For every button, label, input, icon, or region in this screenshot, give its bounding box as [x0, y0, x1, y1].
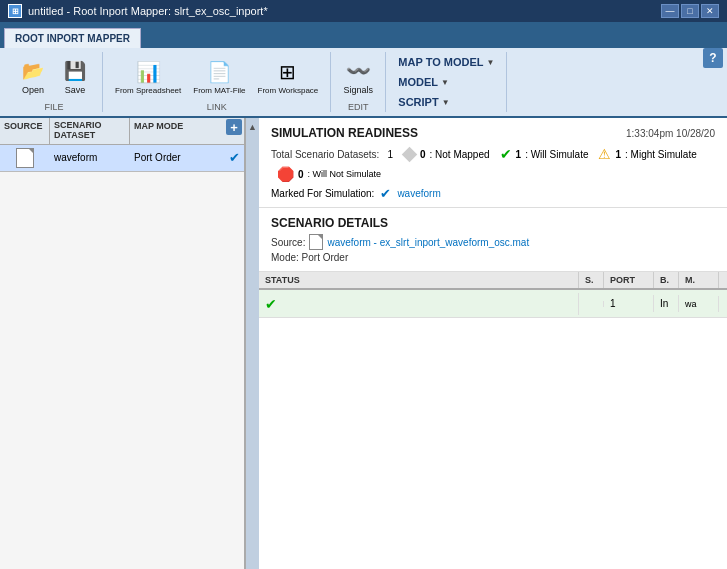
will-not-simulate-label: : Will Not Simulate — [308, 169, 382, 179]
script-arrow-icon: ▼ — [442, 98, 450, 107]
td-status: ✔ — [259, 293, 579, 315]
app-icon: ⊞ — [8, 4, 22, 18]
save-button[interactable]: 💾 Save — [56, 55, 94, 97]
will-not-simulate-stat: 🛑 0 : Will Not Simulate — [277, 166, 381, 182]
title-bar-controls[interactable]: — □ ✕ — [661, 4, 719, 18]
scenario-row[interactable]: waveform Port Order ✔ — [0, 145, 244, 172]
th-b: B. — [654, 272, 679, 288]
simulation-readiness-header: SIMULATION READINESS 1:33:04pm 10/28/20 — [271, 126, 715, 140]
col-scenario-header: SCENARIO DATASET — [50, 118, 130, 144]
open-label: Open — [22, 85, 44, 95]
signals-icon: 〰️ — [344, 57, 372, 85]
table-row: ✔ 1 In wa — [259, 290, 727, 318]
restore-button[interactable]: □ — [681, 4, 699, 18]
workspace-icon: ⊞ — [274, 58, 302, 86]
td-b: In — [654, 295, 679, 312]
script-button[interactable]: SCRIPT ▼ — [392, 94, 500, 110]
signals-button[interactable]: 〰️ Signals — [339, 55, 377, 97]
map-to-model-button[interactable]: MAP TO MODEL ▼ — [392, 54, 500, 70]
map-to-model-label: MAP TO MODEL — [398, 56, 483, 68]
table-header: STATUS S. PORT B. M. — [259, 272, 727, 290]
data-table: STATUS S. PORT B. M. ✔ 1 In wa — [259, 272, 727, 569]
td-port: 1 — [604, 295, 654, 312]
will-simulate-count: 1 — [516, 149, 522, 160]
map-to-model-arrow-icon: ▼ — [486, 58, 494, 67]
td-m: wa — [679, 296, 719, 312]
from-workspace-button[interactable]: ⊞ From Workspace — [254, 56, 323, 97]
spreadsheet-icon: 📊 — [134, 58, 162, 86]
title-bar-left: ⊞ untitled - Root Inport Mapper: slrt_ex… — [8, 4, 268, 18]
save-icon: 💾 — [61, 57, 89, 85]
simulation-readiness-title: SIMULATION READINESS — [271, 126, 418, 140]
save-label: Save — [65, 85, 86, 95]
marked-check-icon: ✔ — [380, 186, 391, 201]
toolbar-link-buttons: 📊 From Spreadsheet 📄 From MAT-File ⊞ Fro… — [111, 52, 322, 100]
scenario-source-label: Source: — [271, 237, 305, 248]
toolbar-edit-group: 〰️ Signals EDIT — [331, 52, 386, 112]
toolbar-file-group: 📂 Open 💾 Save FILE — [6, 52, 103, 112]
marked-waveform-link[interactable]: waveform — [397, 188, 440, 199]
simulation-stats: Total Scenario Datasets: 1 0 : Not Mappe… — [271, 146, 715, 182]
not-mapped-label: : Not Mapped — [430, 149, 490, 160]
scenario-name-cell: waveform — [50, 149, 130, 166]
model-label: MODEL — [398, 76, 438, 88]
not-mapped-stat: 0 : Not Mapped — [403, 149, 490, 160]
row-status-icon: ✔ — [265, 296, 277, 312]
not-mapped-count: 0 — [420, 149, 426, 160]
scenario-mode-value: Port Order — [302, 252, 349, 263]
from-spreadsheet-button[interactable]: 📊 From Spreadsheet — [111, 56, 185, 97]
th-m: M. — [679, 272, 719, 288]
toolbar-link-group: 📊 From Spreadsheet 📄 From MAT-File ⊞ Fro… — [103, 52, 331, 112]
scenario-details-title: SCENARIO DETAILS — [271, 216, 715, 230]
add-scenario-button[interactable]: + — [226, 119, 242, 135]
marked-for-simulation-row: Marked For Simulation: ✔ waveform — [271, 186, 715, 201]
total-count: 1 — [387, 149, 393, 160]
help-button[interactable]: ? — [703, 48, 723, 68]
open-button[interactable]: 📂 Open — [14, 55, 52, 97]
signals-label: Signals — [344, 85, 374, 95]
scenario-mode-label: Mode: — [271, 252, 299, 263]
source-file-icon — [16, 148, 34, 168]
scenario-mode-row: Mode: Port Order — [271, 252, 715, 263]
toolbar: 📂 Open 💾 Save FILE 📊 From Spreadsheet 📄 … — [0, 48, 727, 118]
title-bar: ⊞ untitled - Root Inport Mapper: slrt_ex… — [0, 0, 727, 22]
might-simulate-count: 1 — [615, 149, 621, 160]
mat-file-icon: 📄 — [205, 58, 233, 86]
from-mat-file-button[interactable]: 📄 From MAT-File — [189, 56, 249, 97]
mapmode-value: Port Order — [134, 152, 181, 163]
col-source-header: SOURCE — [0, 118, 50, 144]
model-arrow-icon: ▼ — [441, 78, 449, 87]
might-simulate-icon: ⚠ — [598, 146, 611, 162]
from-mat-file-label: From MAT-File — [193, 86, 245, 95]
content-area: SOURCE SCENARIO DATASET MAP MODE + wavef… — [0, 118, 727, 569]
link-group-label: LINK — [207, 102, 227, 112]
simulation-timestamp: 1:33:04pm 10/28/20 — [626, 128, 715, 139]
open-icon: 📂 — [19, 57, 47, 85]
th-s: S. — [579, 272, 604, 288]
minimize-button[interactable]: — — [661, 4, 679, 18]
left-panel: SOURCE SCENARIO DATASET MAP MODE + wavef… — [0, 118, 245, 569]
tab-root-inport-mapper[interactable]: ROOT INPORT MAPPER — [4, 28, 141, 48]
from-workspace-label: From Workspace — [258, 86, 319, 95]
model-button[interactable]: MODEL ▼ — [392, 74, 500, 90]
mapmode-cell: Port Order ✔ — [130, 147, 244, 168]
total-scenarios-label: Total Scenario Datasets: — [271, 149, 379, 160]
collapse-panel-button[interactable]: ▲ — [245, 118, 259, 569]
right-panel: SIMULATION READINESS 1:33:04pm 10/28/20 … — [259, 118, 727, 569]
simulation-readiness-section: SIMULATION READINESS 1:33:04pm 10/28/20 … — [259, 118, 727, 208]
close-button[interactable]: ✕ — [701, 4, 719, 18]
scenario-source-link[interactable]: waveform - ex_slrt_inport_waveform_osc.m… — [327, 237, 529, 248]
edit-group-label: EDIT — [348, 102, 369, 112]
toolbar-map-to-model-group: MAP TO MODEL ▼ MODEL ▼ SCRIPT ▼ — [386, 52, 507, 112]
will-not-simulate-count: 0 — [298, 169, 304, 180]
scenario-source-row: Source: waveform - ex_slrt_inport_wavefo… — [271, 234, 715, 250]
will-simulate-stat: ✔ 1 : Will Simulate — [500, 146, 589, 162]
scenario-file-icon — [309, 234, 323, 250]
source-file-icon-cell — [0, 145, 50, 171]
script-label: SCRIPT — [398, 96, 438, 108]
th-port: PORT — [604, 272, 654, 288]
scenario-details-section: SCENARIO DETAILS Source: waveform - ex_s… — [259, 208, 727, 272]
left-panel-header: SOURCE SCENARIO DATASET MAP MODE + — [0, 118, 244, 145]
marked-for-label: Marked For Simulation: — [271, 188, 374, 199]
th-status: STATUS — [259, 272, 579, 288]
